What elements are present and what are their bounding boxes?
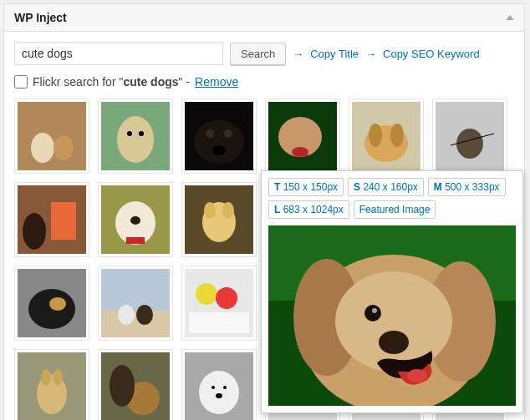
svg-point-35	[49, 297, 66, 311]
result-thumb[interactable]	[98, 99, 173, 174]
result-thumb[interactable]	[432, 99, 507, 174]
svg-point-61	[335, 271, 452, 372]
result-thumb[interactable]	[14, 349, 89, 420]
search-button[interactable]: Search	[230, 43, 286, 65]
svg-point-47	[53, 369, 63, 386]
svg-point-2	[54, 135, 74, 160]
svg-rect-24	[51, 202, 76, 240]
svg-point-53	[211, 386, 215, 389]
source-prefix: Flickr search for "	[33, 75, 123, 89]
result-thumb[interactable]	[181, 99, 257, 174]
svg-rect-36	[101, 269, 170, 311]
svg-rect-43	[189, 312, 249, 333]
panel-header: WP Inject	[4, 4, 524, 32]
svg-point-31	[204, 202, 216, 219]
result-thumb[interactable]	[349, 99, 424, 174]
copy-seo-link[interactable]: Copy SEO Keyword	[383, 48, 480, 60]
result-thumb[interactable]	[14, 266, 89, 341]
size-buttons-row: T 150 x 150px S 240 x 160px M 500 x 333p…	[268, 178, 516, 219]
svg-point-41	[196, 283, 217, 305]
svg-point-54	[223, 386, 227, 389]
size-t-label: 150 x 150px	[283, 181, 338, 193]
svg-point-11	[212, 145, 226, 155]
svg-point-52	[199, 371, 239, 414]
size-s-label: 240 x 160px	[363, 181, 417, 193]
size-t-button[interactable]: T 150 x 150px	[268, 178, 344, 196]
source-row: Flickr search for "cute dogs" - Remove	[14, 75, 514, 89]
result-thumb[interactable]	[98, 349, 173, 420]
size-l-button[interactable]: L 683 x 1024px	[268, 200, 349, 219]
result-thumb[interactable]	[265, 99, 340, 174]
svg-point-42	[216, 287, 237, 309]
panel-title: WP Inject	[14, 11, 67, 24]
svg-point-23	[23, 213, 46, 250]
size-m-button[interactable]: M 500 x 333px	[428, 178, 506, 196]
svg-point-65	[407, 369, 427, 382]
svg-point-39	[136, 305, 153, 325]
result-thumb[interactable]	[14, 99, 89, 174]
arrow-icon: →	[293, 48, 303, 60]
size-l-label: 683 x 1024px	[283, 204, 344, 215]
svg-point-38	[118, 305, 135, 325]
svg-point-32	[222, 202, 234, 219]
result-thumb[interactable]	[98, 266, 173, 341]
svg-point-50	[110, 365, 135, 407]
collapse-toggle-icon[interactable]	[506, 15, 514, 20]
result-thumb[interactable]	[14, 182, 89, 257]
size-s-button[interactable]: S 240 x 160px	[348, 178, 424, 196]
svg-point-18	[390, 124, 404, 147]
copy-title-link[interactable]: Copy Title	[310, 48, 359, 60]
svg-point-5	[127, 131, 132, 136]
source-checkbox[interactable]	[14, 75, 28, 89]
remove-link[interactable]: Remove	[195, 75, 238, 89]
svg-point-9	[206, 129, 214, 138]
svg-point-1	[31, 133, 54, 163]
svg-point-20	[456, 129, 483, 159]
source-label: Flickr search for "cute dogs" -	[33, 75, 190, 89]
result-thumb[interactable]	[98, 182, 173, 257]
svg-point-63	[372, 308, 377, 313]
featured-image-button[interactable]: Featured Image	[354, 200, 436, 219]
svg-rect-28	[126, 237, 145, 244]
svg-point-64	[379, 331, 409, 354]
arrow-icon: →	[365, 48, 376, 60]
svg-point-27	[130, 216, 140, 225]
source-suffix: " -	[179, 75, 191, 89]
svg-point-17	[369, 124, 382, 147]
svg-point-34	[28, 289, 75, 329]
svg-point-10	[224, 129, 232, 138]
size-m-label: 500 x 333px	[445, 181, 499, 193]
result-thumb[interactable]	[181, 349, 257, 420]
svg-point-62	[364, 305, 381, 321]
svg-rect-0	[18, 102, 86, 170]
result-thumb[interactable]	[181, 182, 257, 257]
svg-point-8	[194, 120, 244, 164]
svg-point-55	[216, 393, 222, 398]
search-input[interactable]	[14, 42, 223, 65]
svg-point-4	[117, 116, 154, 163]
search-row: Search → Copy Title → Copy SEO Keyword	[14, 42, 514, 65]
svg-rect-37	[101, 311, 170, 337]
source-term: cute dogs	[123, 75, 178, 89]
preview-image	[268, 225, 516, 406]
svg-point-6	[139, 131, 144, 136]
svg-point-46	[41, 369, 51, 386]
size-preview-popup: T 150 x 150px S 240 x 160px M 500 x 333p…	[261, 170, 523, 413]
result-thumb[interactable]	[181, 266, 257, 341]
